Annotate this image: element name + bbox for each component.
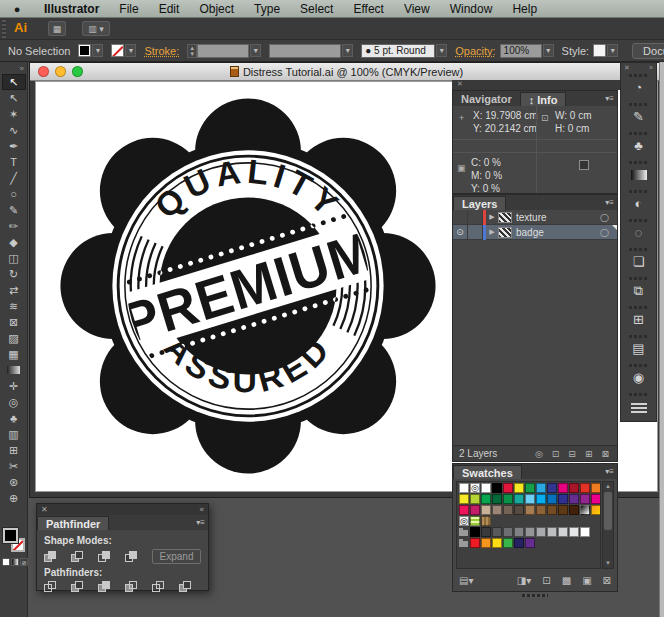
graphic-styles-panel-icon[interactable]: ❏: [621, 247, 656, 276]
document-title-bar[interactable]: Distress Tutorial.ai @ 100% (CMYK/Previe…: [30, 63, 663, 81]
lock-toggle-cell[interactable]: [468, 225, 483, 240]
info-panel-menu-icon[interactable]: ▾≡: [605, 94, 614, 103]
unite-button[interactable]: [44, 551, 57, 562]
scrollbar-thumb[interactable]: [604, 492, 612, 530]
panel-menu-icon[interactable]: ≡: [621, 392, 656, 421]
apple-menu-icon[interactable]: ●: [10, 3, 24, 15]
bridge-button[interactable]: ▦: [48, 21, 66, 36]
pathfinder-menu-icon[interactable]: ▾≡: [196, 518, 205, 527]
column-graph-tool[interactable]: ▥: [2, 426, 26, 442]
swatch[interactable]: [492, 538, 502, 548]
tab-info[interactable]: ↕ Info: [520, 92, 567, 106]
lasso-tool[interactable]: ∿: [2, 122, 26, 138]
swatch[interactable]: [547, 527, 557, 537]
opacity-dropdown-icon[interactable]: ▼: [543, 44, 554, 57]
scale-tool[interactable]: ⇄: [2, 282, 26, 298]
layer-row-badge[interactable]: ⊙ ▶ badge ◯: [453, 225, 617, 240]
opacity-field[interactable]: 100%: [500, 44, 542, 58]
swatch[interactable]: [514, 483, 524, 493]
swatch[interactable]: [503, 527, 513, 537]
color-mode-button[interactable]: [2, 558, 10, 566]
magic-wand-tool[interactable]: ✶: [2, 106, 26, 122]
pen-tool[interactable]: ✒: [2, 138, 26, 154]
pencil-tool[interactable]: ✏: [2, 218, 26, 234]
transparency-panel-icon[interactable]: ⧉: [621, 276, 656, 305]
none-mode-button[interactable]: ⊘: [20, 558, 28, 566]
premium-badge-artwork[interactable]: QUALITY ASSURED PREM: [46, 84, 450, 488]
swatch[interactable]: [503, 494, 513, 504]
delete-swatch-icon[interactable]: ⊠: [603, 575, 611, 586]
stroke-weight-field[interactable]: [197, 44, 249, 58]
paintbrush-tool[interactable]: ✎: [2, 202, 26, 218]
swatch[interactable]: [591, 483, 601, 493]
slice-tool[interactable]: ✂: [2, 458, 26, 474]
pathfinder-close-icon[interactable]: ✕: [41, 505, 48, 514]
dock-close-icon[interactable]: ✕: [457, 80, 463, 90]
swatch-none[interactable]: [459, 483, 469, 493]
panel-resize-grip[interactable]: [522, 594, 548, 597]
fill-color-swatch[interactable]: [78, 44, 91, 57]
menu-select[interactable]: Select: [290, 0, 343, 18]
swatch[interactable]: [525, 538, 535, 548]
line-segment-tool[interactable]: ╱: [2, 170, 26, 186]
mesh-tool[interactable]: ▦: [2, 346, 26, 362]
swatch-pattern-texture[interactable]: [481, 516, 491, 526]
swatch-gradient-bw[interactable]: [580, 505, 590, 515]
swatch[interactable]: [558, 494, 568, 504]
swatch[interactable]: [492, 483, 502, 493]
crop-button[interactable]: [125, 581, 138, 592]
style-swatch[interactable]: [593, 44, 606, 57]
swatch[interactable]: [459, 505, 469, 515]
swatch[interactable]: [481, 538, 491, 548]
tab-pathfinder[interactable]: Pathfinder: [37, 516, 109, 530]
swatch[interactable]: [470, 505, 480, 515]
expand-triangle-icon[interactable]: ▶: [486, 228, 498, 236]
swatch[interactable]: [536, 527, 546, 537]
color-guide-panel-icon[interactable]: ◉: [621, 363, 656, 392]
swatch[interactable]: [591, 494, 601, 504]
expand-button[interactable]: Expand: [152, 549, 201, 564]
minus-front-button[interactable]: [71, 551, 84, 562]
menu-illustrator[interactable]: Illustrator: [34, 0, 109, 18]
trim-button[interactable]: [71, 581, 84, 592]
swatch[interactable]: [569, 494, 579, 504]
exclude-button[interactable]: [125, 551, 138, 562]
type-tool[interactable]: T: [2, 154, 26, 170]
visibility-toggle-icon[interactable]: ⊙: [453, 225, 468, 240]
stroke-color-swatch[interactable]: [111, 44, 124, 57]
visibility-toggle-icon[interactable]: [453, 210, 468, 225]
stroke-dropdown-icon[interactable]: ▼: [125, 44, 136, 57]
fill-dropdown-icon[interactable]: ▼: [92, 44, 103, 57]
eraser-tool[interactable]: ◫: [2, 250, 26, 266]
swatch[interactable]: [569, 483, 579, 493]
swatch[interactable]: [569, 505, 579, 515]
swatch[interactable]: [514, 505, 524, 515]
selection-tool[interactable]: ↖: [2, 74, 26, 90]
variable-width-profile-field[interactable]: [269, 44, 341, 58]
stroke-weight-label[interactable]: Stroke:: [144, 45, 179, 57]
swatch[interactable]: [470, 494, 480, 504]
swatch-pattern-star[interactable]: [459, 516, 469, 526]
swatch[interactable]: [580, 527, 590, 537]
swatches-panel-menu-icon[interactable]: ▾≡: [605, 467, 614, 476]
swatch[interactable]: [514, 527, 524, 537]
blob-brush-tool[interactable]: ◆: [2, 234, 26, 250]
document-setup-button[interactable]: Document Setup: [632, 43, 664, 59]
layer-target-icon[interactable]: ◯: [600, 228, 609, 237]
menu-help[interactable]: Help: [502, 0, 547, 18]
style-dropdown-icon[interactable]: ▼: [607, 44, 618, 57]
free-transform-tool[interactable]: ⊠: [2, 314, 26, 330]
outline-button[interactable]: [152, 581, 165, 592]
menu-edit[interactable]: Edit: [149, 0, 190, 18]
swatch[interactable]: [525, 527, 535, 537]
swatch[interactable]: [558, 527, 568, 537]
tab-navigator[interactable]: Navigator: [453, 92, 520, 106]
workspace-switcher-button[interactable]: ▥ ▾: [82, 21, 110, 36]
appearance-panel-icon[interactable]: ◐: [621, 189, 656, 218]
minus-back-button[interactable]: [179, 581, 192, 592]
opacity-label[interactable]: Opacity:: [455, 45, 495, 57]
perspective-grid-tool[interactable]: ▨: [2, 330, 26, 346]
swatch[interactable]: [459, 494, 469, 504]
swatch-group-grays[interactable]: [459, 527, 469, 537]
swatch[interactable]: [580, 494, 590, 504]
